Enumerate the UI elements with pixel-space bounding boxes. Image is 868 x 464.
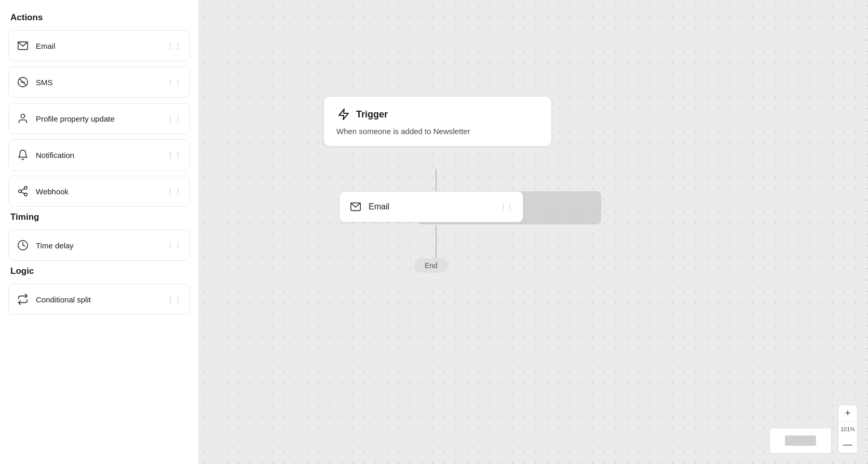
- trigger-lightning-icon: [336, 107, 351, 122]
- sms-label: SMS: [36, 78, 53, 87]
- sidebar-item-sms[interactable]: SMS ⋮⋮: [8, 67, 190, 98]
- zoom-out-button[interactable]: —: [838, 436, 857, 453]
- logic-section-title: Logic: [8, 266, 190, 276]
- minimap: [769, 428, 832, 454]
- canvas-email-node[interactable]: Email ⋮⋮: [339, 191, 523, 222]
- time-delay-label: Time delay: [36, 241, 74, 250]
- conditional-split-label: Conditional split: [36, 295, 91, 304]
- canvas-email-label: Email: [369, 202, 389, 211]
- sidebar-item-conditional-split[interactable]: Conditional split ⋮⋮: [8, 284, 190, 315]
- zoom-level-display: 101%: [838, 422, 857, 436]
- clock-icon: [16, 238, 30, 252]
- sms-drag-handle: ⋮⋮: [167, 78, 182, 86]
- webhook-label: Webhook: [36, 187, 69, 196]
- sms-icon: [16, 75, 30, 89]
- profile-icon: [16, 112, 30, 125]
- end-node: End: [414, 258, 448, 273]
- email-drag-handle: ⋮⋮: [167, 42, 182, 50]
- sidebar-item-time-delay[interactable]: Time delay ⋮⋮: [8, 230, 190, 261]
- email-label: Email: [36, 42, 56, 50]
- sidebar-item-profile-property-update[interactable]: Profile property update ⋮⋮: [8, 103, 190, 134]
- connector-1: [436, 169, 437, 192]
- canvas-email-icon: [349, 200, 362, 214]
- connector-2: [436, 226, 437, 259]
- actions-section-title: Actions: [8, 12, 190, 23]
- sidebar-item-email[interactable]: Email ⋮⋮: [8, 30, 190, 61]
- notification-drag-handle: ⋮⋮: [167, 151, 182, 159]
- zoom-in-button[interactable]: +: [838, 405, 857, 422]
- sidebar-item-notification[interactable]: Notification ⋮⋮: [8, 139, 190, 170]
- svg-line-8: [21, 192, 24, 194]
- sidebar-item-webhook[interactable]: Webhook ⋮⋮: [8, 176, 190, 207]
- profile-property-update-label: Profile property update: [36, 114, 115, 123]
- sidebar: Actions Email ⋮⋮ SMS ⋮⋮: [0, 0, 199, 464]
- flow-canvas[interactable]: Trigger When someone is added to Newslet…: [199, 0, 868, 464]
- timing-section-title: Timing: [8, 212, 190, 222]
- notification-icon: [16, 148, 30, 162]
- email-icon: [16, 39, 30, 52]
- webhook-icon: [16, 184, 30, 198]
- webhook-drag-handle: ⋮⋮: [167, 187, 182, 195]
- profile-property-drag-handle: ⋮⋮: [167, 114, 182, 123]
- conditional-split-drag-handle: ⋮⋮: [167, 295, 182, 303]
- time-delay-drag-handle: ⋮⋮: [167, 241, 182, 249]
- trigger-title: Trigger: [356, 109, 388, 120]
- svg-point-4: [21, 114, 24, 118]
- trigger-node[interactable]: Trigger When someone is added to Newslet…: [323, 96, 552, 147]
- flow-container: Trigger When someone is added to Newslet…: [199, 0, 868, 464]
- minimap-content: [785, 435, 816, 446]
- canvas-email-drag-handle: ⋮⋮: [500, 203, 513, 211]
- svg-line-9: [21, 189, 24, 191]
- conditional-icon: [16, 293, 30, 306]
- svg-marker-11: [339, 109, 348, 120]
- trigger-subtitle: When someone is added to Newsletter: [336, 127, 539, 136]
- zoom-controls: + 101% —: [838, 405, 858, 454]
- notification-label: Notification: [36, 151, 74, 160]
